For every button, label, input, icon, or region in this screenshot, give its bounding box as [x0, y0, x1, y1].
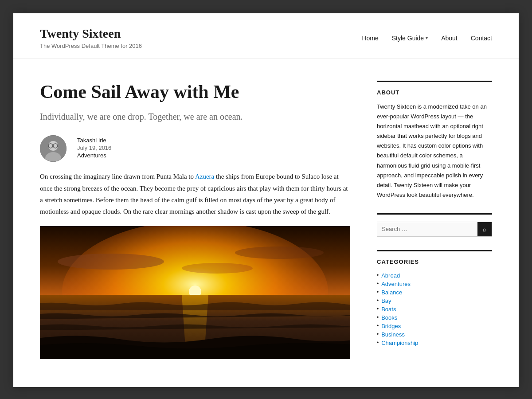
content-wrapper: Come Sail Away with Me Individually, we … [13, 59, 519, 387]
post-image [40, 226, 350, 359]
category-link-abroad[interactable]: Abroad [381, 272, 400, 279]
post-meta: Takashi Irie July 19, 2016 Adventures [77, 135, 111, 162]
list-item: Boats [377, 305, 492, 313]
list-item: Abroad [377, 271, 492, 280]
main-content: Come Sail Away with Me Individually, we … [40, 81, 350, 360]
list-item: Books [377, 313, 492, 322]
category-link-balance[interactable]: Balance [381, 289, 402, 296]
category-link-books[interactable]: Books [381, 314, 397, 321]
post-subtitle: Individually, we are one drop. Together,… [40, 112, 350, 122]
about-section-title: ABOUT [377, 89, 492, 96]
sidebar-search-section: ⌕ [377, 213, 492, 237]
svg-point-12 [58, 254, 164, 270]
search-divider [377, 213, 492, 215]
main-nav: Home Style Guide ▾ About Contact [362, 35, 492, 42]
list-item: Bay [377, 297, 492, 305]
category-link-championship[interactable]: Championship [381, 340, 418, 346]
page-wrapper: Twenty Sixteen The WordPress Default The… [13, 13, 519, 387]
list-item: Championship [377, 339, 492, 347]
author-avatar [40, 135, 66, 162]
svg-point-13 [235, 246, 324, 259]
post-content: On crossing the imaginary line drawn fro… [40, 171, 350, 217]
avatar-image [40, 135, 66, 162]
search-form: ⌕ [377, 222, 492, 237]
azuera-link[interactable]: Azuera [195, 173, 214, 180]
nav-item-home[interactable]: Home [362, 35, 378, 42]
site-header: Twenty Sixteen The WordPress Default The… [13, 13, 519, 59]
list-item: Business [377, 330, 492, 339]
sunset-ocean-image [40, 226, 350, 359]
about-text: Twenty Sixteen is a modernized take on a… [377, 102, 492, 200]
chevron-down-icon: ▾ [426, 35, 428, 40]
sidebar: ABOUT Twenty Sixteen is a modernized tak… [377, 81, 492, 360]
nav-item-contact[interactable]: Contact [471, 35, 492, 42]
about-divider [377, 81, 492, 82]
categories-list: Abroad Adventures Balance Bay Boats Book… [377, 271, 492, 347]
list-item: Balance [377, 288, 492, 297]
list-item: Adventures [377, 280, 492, 288]
post-meta-section: Takashi Irie July 19, 2016 Adventures [40, 135, 350, 162]
site-description: The WordPress Default Theme for 2016 [40, 43, 142, 49]
search-input[interactable] [377, 222, 477, 236]
post-category: Adventures [77, 152, 111, 159]
post-title: Come Sail Away with Me [40, 81, 350, 103]
category-link-business[interactable]: Business [381, 331, 405, 338]
nav-item-style-guide[interactable]: Style Guide ▾ [392, 35, 428, 42]
category-link-adventures[interactable]: Adventures [381, 281, 411, 287]
category-link-bay[interactable]: Bay [381, 297, 391, 304]
category-link-bridges[interactable]: Bridges [381, 323, 401, 329]
sidebar-categories-section: CATEGORIES Abroad Adventures Balance Bay… [377, 250, 492, 347]
content-before-link: On crossing the imaginary line drawn fro… [40, 173, 195, 180]
site-title: Twenty Sixteen [40, 27, 142, 41]
post-date: July 19, 2016 [77, 145, 111, 151]
categories-section-title: CATEGORIES [377, 258, 492, 265]
search-button[interactable]: ⌕ [477, 222, 492, 236]
sidebar-about-section: ABOUT Twenty Sixteen is a modernized tak… [377, 81, 492, 200]
post-image-container [40, 226, 350, 359]
nav-item-about[interactable]: About [441, 35, 458, 42]
svg-point-14 [182, 263, 253, 274]
search-icon: ⌕ [483, 226, 486, 233]
category-link-boats[interactable]: Boats [381, 306, 396, 313]
author-name: Takashi Irie [77, 137, 111, 144]
categories-divider [377, 250, 492, 251]
site-branding: Twenty Sixteen The WordPress Default The… [40, 27, 142, 49]
list-item: Bridges [377, 322, 492, 330]
